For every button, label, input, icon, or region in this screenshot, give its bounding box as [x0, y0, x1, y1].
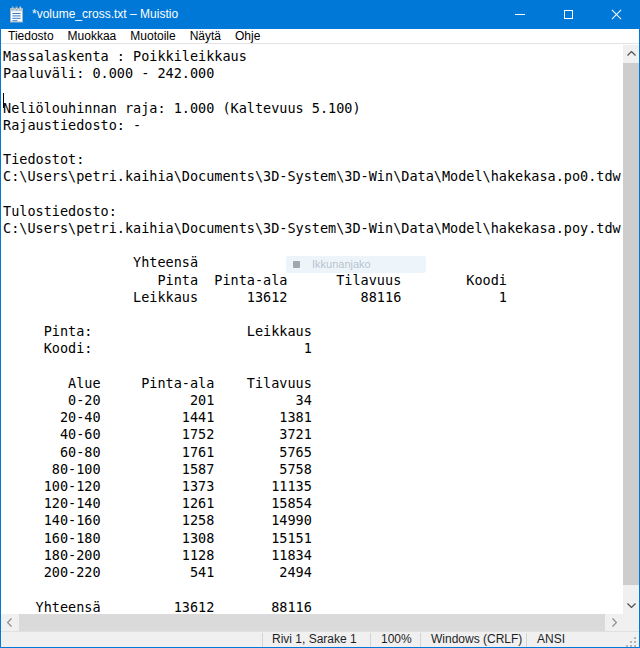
- window-title: *volume_cross.txt – Muistio: [32, 0, 178, 29]
- menu-item-muokkaa[interactable]: Muokkaa: [61, 29, 124, 44]
- scroll-down-button[interactable]: [623, 597, 639, 614]
- status-encoding: ANSI: [537, 632, 565, 648]
- status-separator: [262, 633, 263, 648]
- scrollbar-corner: [623, 614, 639, 631]
- editor-area[interactable]: Ikkunanjako Massalaskenta : Poikkileikka…: [1, 45, 623, 614]
- notepad-icon: [9, 6, 24, 23]
- notepad-window: *volume_cross.txt – Muistio Tiedosto Muo…: [0, 0, 640, 648]
- chevron-down-icon: [627, 603, 636, 608]
- vertical-scrollbar[interactable]: [623, 45, 639, 614]
- status-bar: Rivi 1, Sarake 1 100% Windows (CRLF) ANS…: [1, 631, 639, 647]
- menu-item-tiedosto[interactable]: Tiedosto: [1, 29, 61, 44]
- close-button[interactable]: [592, 0, 640, 29]
- editor-text[interactable]: Massalaskenta : Poikkileikkaus Paaluväli…: [1, 45, 623, 614]
- maximize-button[interactable]: [544, 0, 592, 29]
- minimize-icon: [515, 14, 525, 15]
- horizontal-scrollbar[interactable]: [1, 614, 623, 631]
- scroll-up-button[interactable]: [623, 45, 639, 62]
- menu-item-ohje[interactable]: Ohje: [228, 29, 267, 44]
- chevron-up-icon: [627, 51, 636, 56]
- chevron-left-icon: [7, 618, 12, 627]
- window-border-left: [0, 0, 1, 648]
- maximize-icon: [564, 10, 573, 19]
- vertical-scrollbar-thumb[interactable]: [623, 63, 639, 585]
- status-zoom-level: 100%: [381, 632, 412, 648]
- chevron-right-icon: [612, 618, 617, 627]
- status-separator: [420, 633, 421, 648]
- status-separator: [370, 633, 371, 648]
- close-icon: [611, 9, 622, 20]
- resize-grip[interactable]: [626, 636, 636, 646]
- title-bar[interactable]: *volume_cross.txt – Muistio: [0, 0, 640, 29]
- menu-item-muotoile[interactable]: Muotoile: [123, 29, 182, 44]
- status-line-ending: Windows (CRLF): [431, 632, 522, 648]
- scroll-left-button[interactable]: [1, 614, 18, 631]
- menu-bar: Tiedosto Muokkaa Muotoile Näytä Ohje: [1, 29, 639, 44]
- minimize-button[interactable]: [496, 0, 544, 29]
- status-separator: [526, 633, 527, 648]
- status-cursor-position: Rivi 1, Sarake 1: [272, 632, 357, 648]
- text-caret: [3, 93, 4, 108]
- menu-item-nayta[interactable]: Näytä: [183, 29, 228, 44]
- scroll-right-button[interactable]: [606, 614, 623, 631]
- horizontal-scrollbar-thumb[interactable]: [19, 614, 605, 631]
